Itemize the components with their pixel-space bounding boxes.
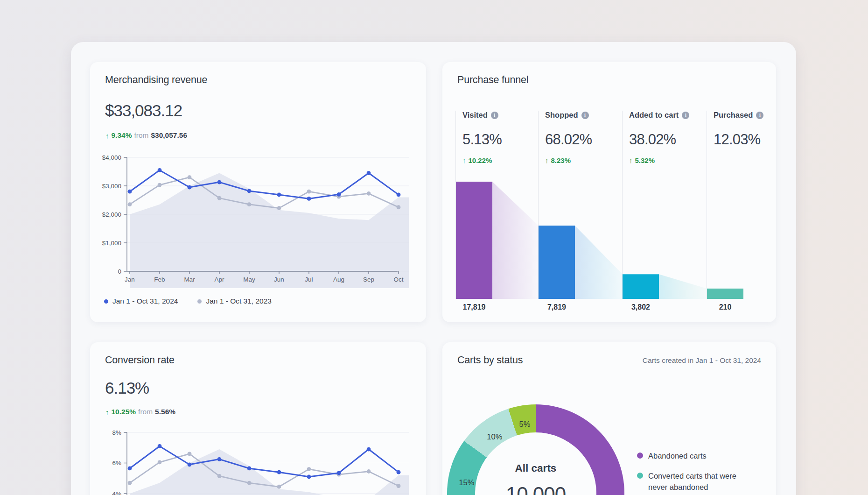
data-point[interactable] (277, 193, 281, 197)
data-point[interactable] (307, 197, 311, 201)
data-point[interactable] (277, 470, 281, 474)
data-point[interactable] (188, 175, 192, 179)
y-tick-label: 8% (112, 429, 121, 436)
data-point[interactable] (158, 460, 162, 464)
data-point[interactable] (188, 452, 192, 456)
y-tick-label: 0 (118, 268, 121, 275)
donut-center-value: 10,000 (475, 483, 596, 495)
funnel-stage-label: Shopped (545, 111, 578, 120)
data-point[interactable] (217, 457, 222, 461)
legend-dot-icon (197, 299, 202, 304)
legend-dot-icon (104, 299, 108, 304)
funnel-stage-visited: Visitedi5.13%↑10.22% (462, 111, 537, 120)
data-point[interactable] (367, 191, 371, 196)
data-point[interactable] (128, 202, 132, 206)
data-point[interactable] (158, 168, 162, 172)
revenue-change-row: ↑ 9.34% from $30,057.56 (105, 131, 187, 140)
trend-up-arrow-icon: ↑ (629, 156, 633, 164)
funnel-change-pct: 10.22% (469, 156, 492, 164)
x-tick-label: Jan (125, 276, 135, 283)
purchase-funnel-chart[interactable]: 17,8197,8193,802210 (442, 62, 776, 322)
x-tick-label: Feb (154, 276, 165, 283)
carts-date-range-subtitle: Carts created in Jan 1 - Oct 31, 2024 (643, 356, 761, 365)
legend-dot-icon (637, 473, 643, 479)
carts-legend: Abandoned cartsConverted carts that were… (637, 451, 756, 493)
conversion-value: 6.13% (105, 379, 149, 397)
funnel-column-divider (538, 111, 539, 299)
funnel-bar-purchased[interactable] (707, 289, 743, 299)
y-tick-label: $1,000 (102, 240, 121, 247)
data-point[interactable] (128, 467, 132, 471)
data-point[interactable] (307, 475, 311, 479)
legend-label: Abandoned carts (648, 451, 707, 462)
revenue-change-pct: 9.34% (112, 131, 132, 140)
data-point[interactable] (367, 171, 371, 175)
x-tick-label: Jun (274, 276, 284, 283)
funnel-count-label: 210 (719, 303, 732, 311)
data-point[interactable] (277, 206, 281, 210)
data-point[interactable] (397, 193, 401, 197)
legend-item[interactable]: Abandoned carts (637, 451, 756, 462)
funnel-stage-value: 68.02% (545, 131, 592, 148)
data-point[interactable] (158, 183, 162, 187)
data-point[interactable] (367, 469, 371, 474)
data-point[interactable] (217, 474, 222, 478)
funnel-stage-label-row: Visitedi (462, 111, 537, 120)
data-point[interactable] (188, 185, 192, 190)
info-icon[interactable]: i (756, 112, 763, 119)
funnel-connector (575, 226, 623, 299)
donut-center-label: All carts (475, 462, 596, 474)
data-point[interactable] (247, 189, 252, 193)
info-icon[interactable]: i (491, 112, 498, 119)
data-point[interactable] (337, 471, 341, 475)
card-merchandising-revenue: Merchandising revenue $33,083.12 ↑ 9.34%… (90, 62, 426, 322)
y-tick-label: $3,000 (102, 183, 121, 190)
info-icon[interactable]: i (682, 112, 689, 119)
data-point[interactable] (277, 485, 281, 489)
funnel-connector (659, 274, 707, 299)
data-point[interactable] (397, 470, 401, 474)
data-point[interactable] (307, 190, 311, 194)
donut-slice-pct-label: 15% (459, 478, 474, 487)
funnel-count-label: 17,819 (463, 303, 486, 311)
funnel-stage-shopped: Shoppedi68.02%↑8.23% (545, 111, 620, 120)
funnel-stage-value: 12.03% (714, 131, 760, 148)
carts-donut-chart[interactable]: All carts 10,000 15%10%5% (447, 404, 624, 495)
donut-hole: All carts 10,000 (475, 432, 596, 495)
data-point[interactable] (158, 444, 162, 448)
funnel-stage-value: 5.13% (462, 131, 502, 148)
x-tick-label: Mar (184, 276, 195, 283)
legend-item[interactable]: Jan 1 - Oct 31, 2023 (197, 297, 271, 305)
card-purchase-funnel: Purchase funnel 17,8197,8193,802210 Visi… (442, 62, 776, 322)
legend-item[interactable]: Jan 1 - Oct 31, 2024 (104, 297, 178, 305)
data-point[interactable] (128, 481, 132, 485)
data-point[interactable] (367, 447, 371, 452)
funnel-stage-change: ↑5.32% (629, 156, 655, 164)
y-tick-label: $2,000 (102, 211, 121, 218)
funnel-bar-shopped[interactable] (539, 226, 575, 299)
trend-up-arrow-icon: ↑ (462, 156, 466, 164)
data-point[interactable] (337, 192, 341, 197)
data-point[interactable] (247, 467, 252, 471)
data-point[interactable] (247, 481, 252, 485)
legend-dot-icon (637, 453, 643, 459)
funnel-bar-visited[interactable] (456, 182, 492, 299)
legend-item[interactable]: Converted carts that were never abandone… (637, 471, 756, 493)
data-point[interactable] (397, 205, 401, 209)
funnel-stage-label: Added to cart (629, 111, 679, 120)
conversion-line-chart[interactable]: 8%6%4% (95, 427, 417, 495)
data-point[interactable] (128, 190, 132, 194)
data-point[interactable] (217, 180, 222, 184)
revenue-line-chart[interactable]: $4,000$3,000$2,000$1,0000JanFebMarAprMay… (95, 152, 417, 292)
conversion-change-row: ↑ 10.25% from 5.56% (105, 408, 175, 416)
data-point[interactable] (397, 484, 401, 488)
data-point[interactable] (188, 462, 192, 467)
funnel-stage-label: Visited (462, 111, 488, 120)
info-icon[interactable]: i (581, 112, 589, 119)
data-point[interactable] (307, 467, 311, 471)
data-point[interactable] (217, 196, 222, 200)
data-point[interactable] (247, 202, 252, 206)
x-tick-label: Sep (363, 276, 374, 283)
funnel-bar-added-to-cart[interactable] (623, 274, 659, 299)
funnel-stage-purchased: Purchasedi12.03% (714, 111, 788, 120)
